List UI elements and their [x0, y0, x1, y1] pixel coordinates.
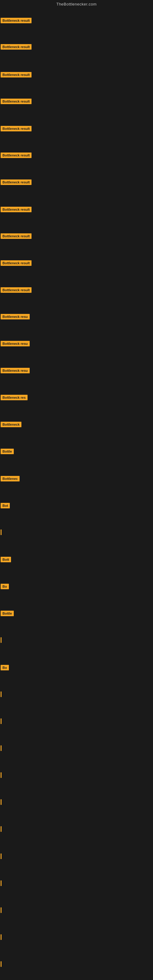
bottleneck-badge-4: Bottleneck result [1, 126, 32, 131]
bottleneck-result-row-1[interactable]: Bottleneck result [1, 44, 32, 49]
bottleneck-badge-21: Bo [1, 584, 9, 589]
bottleneck-badge-22: Bottle [1, 611, 14, 616]
bottleneck-result-row-20[interactable]: Bott [1, 557, 11, 562]
bottleneck-result-row-3[interactable]: Bottleneck result [1, 98, 32, 104]
bottleneck-result-row-24[interactable]: Bo [1, 665, 9, 670]
bottleneck-badge-17: Bottlenec [1, 476, 19, 481]
cursor-indicator-30 [1, 826, 2, 832]
bottleneck-result-row-8[interactable]: Bottleneck result [1, 233, 32, 239]
cursor-indicator-31 [1, 854, 2, 859]
site-title: TheBottlenecker.com [0, 0, 153, 8]
cursor-indicator-29 [1, 799, 2, 805]
bottleneck-result-row-4[interactable]: Bottleneck result [1, 126, 32, 131]
bottleneck-result-row-2[interactable]: Bottleneck result [1, 72, 32, 78]
bottleneck-badge-7: Bottleneck result [1, 207, 32, 212]
bottleneck-badge-12: Bottleneck resu [1, 341, 30, 346]
bottleneck-badge-13: Bottleneck resu [1, 368, 30, 373]
bottleneck-badge-16: Bottle [1, 449, 14, 454]
bottleneck-badge-24: Bo [1, 665, 9, 670]
bottleneck-badge-10: Bottleneck result [1, 287, 32, 293]
cursor-indicator-28 [1, 772, 2, 778]
bottleneck-badge-20: Bott [1, 557, 11, 562]
bottleneck-badge-9: Bottleneck result [1, 260, 32, 266]
bottleneck-badge-11: Bottleneck resu [1, 314, 30, 320]
cursor-indicator-32 [1, 880, 2, 886]
bottleneck-result-row-10[interactable]: Bottleneck result [1, 287, 32, 293]
bottleneck-result-row-18[interactable]: Bot [1, 503, 10, 508]
cursor-indicator-34 [1, 934, 2, 940]
bottleneck-result-row-15[interactable]: Bottleneck [1, 422, 21, 427]
bottleneck-badge-3: Bottleneck result [1, 99, 32, 104]
bottleneck-result-row-6[interactable]: Bottleneck result [1, 179, 32, 185]
bottleneck-result-row-17[interactable]: Bottlenec [1, 476, 19, 481]
bottleneck-badge-6: Bottleneck result [1, 180, 32, 185]
bottleneck-badge-5: Bottleneck result [1, 153, 32, 158]
bottleneck-badge-18: Bot [1, 503, 10, 508]
bottleneck-badge-0: Bottleneck result [1, 18, 32, 23]
bottleneck-badge-2: Bottleneck result [1, 72, 32, 78]
bottleneck-result-row-0[interactable]: Bottleneck result [1, 18, 32, 23]
cursor-indicator-35 [1, 961, 2, 967]
bottleneck-result-row-14[interactable]: Bottleneck res [1, 395, 27, 400]
cursor-indicator-23 [1, 637, 2, 643]
bottleneck-result-row-12[interactable]: Bottleneck resu [1, 340, 30, 346]
cursor-indicator-25 [1, 692, 2, 697]
bottleneck-result-row-21[interactable]: Bo [1, 584, 9, 589]
bottleneck-badge-14: Bottleneck res [1, 395, 27, 400]
bottleneck-badge-8: Bottleneck result [1, 233, 32, 239]
bottleneck-result-row-7[interactable]: Bottleneck result [1, 207, 32, 212]
cursor-indicator-19 [1, 530, 2, 535]
bottleneck-result-row-22[interactable]: Bottle [1, 610, 14, 616]
bottleneck-result-row-11[interactable]: Bottleneck resu [1, 313, 30, 320]
cursor-indicator-27 [1, 745, 2, 751]
bottleneck-result-row-13[interactable]: Bottleneck resu [1, 368, 30, 373]
bottleneck-badge-1: Bottleneck result [1, 44, 32, 49]
cursor-indicator-33 [1, 907, 2, 913]
cursor-indicator-26 [1, 719, 2, 724]
bottleneck-result-row-5[interactable]: Bottleneck result [1, 152, 32, 158]
bottleneck-badge-15: Bottleneck [1, 422, 21, 427]
bottleneck-result-row-9[interactable]: Bottleneck result [1, 260, 32, 266]
bottleneck-result-row-16[interactable]: Bottle [1, 449, 14, 454]
